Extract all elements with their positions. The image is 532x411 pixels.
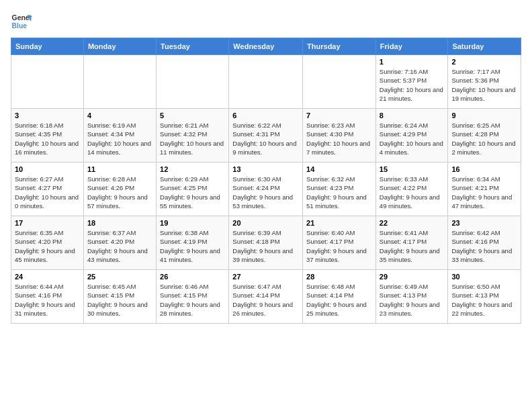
cell-detail: Sunrise: 6:45 AM Sunset: 4:15 PM Dayligh… xyxy=(87,282,152,318)
cell-detail: Sunrise: 6:19 AM Sunset: 4:34 PM Dayligh… xyxy=(87,121,152,156)
day-number: 3 xyxy=(15,111,80,120)
calendar-cell: 4Sunrise: 6:19 AM Sunset: 4:34 PM Daylig… xyxy=(83,109,156,163)
day-number: 18 xyxy=(87,219,152,227)
day-number: 27 xyxy=(232,273,299,281)
cell-detail: Sunrise: 6:33 AM Sunset: 4:22 PM Dayligh… xyxy=(380,175,445,210)
day-number: 29 xyxy=(380,273,445,281)
day-number: 4 xyxy=(87,111,152,120)
cell-detail: Sunrise: 6:21 AM Sunset: 4:32 PM Dayligh… xyxy=(160,121,225,156)
calendar-week-row: 1Sunrise: 7:16 AM Sunset: 5:37 PM Daylig… xyxy=(11,55,521,109)
calendar-cell: 24Sunrise: 6:44 AM Sunset: 4:16 PM Dayli… xyxy=(11,270,84,324)
day-number: 1 xyxy=(380,58,445,66)
calendar-cell: 10Sunrise: 6:27 AM Sunset: 4:27 PM Dayli… xyxy=(11,163,84,216)
calendar-cell xyxy=(157,55,229,109)
day-number: 7 xyxy=(306,111,372,120)
calendar-cell: 17Sunrise: 6:35 AM Sunset: 4:20 PM Dayli… xyxy=(11,216,84,270)
page-header: General Blue xyxy=(11,11,521,32)
cell-detail: Sunrise: 6:50 AM Sunset: 4:13 PM Dayligh… xyxy=(451,282,517,318)
cell-detail: Sunrise: 6:18 AM Sunset: 4:35 PM Dayligh… xyxy=(15,121,80,156)
cell-detail: Sunrise: 6:40 AM Sunset: 4:17 PM Dayligh… xyxy=(306,228,372,264)
calendar-week-row: 3Sunrise: 6:18 AM Sunset: 4:35 PM Daylig… xyxy=(11,109,521,163)
cell-detail: Sunrise: 6:27 AM Sunset: 4:27 PM Dayligh… xyxy=(15,175,80,210)
day-number: 12 xyxy=(160,165,225,173)
calendar-cell: 27Sunrise: 6:47 AM Sunset: 4:14 PM Dayli… xyxy=(229,270,303,324)
logo: General Blue xyxy=(11,11,32,32)
cell-detail: Sunrise: 6:44 AM Sunset: 4:16 PM Dayligh… xyxy=(15,282,80,318)
calendar-cell: 1Sunrise: 7:16 AM Sunset: 5:37 PM Daylig… xyxy=(375,55,448,109)
calendar-week-row: 10Sunrise: 6:27 AM Sunset: 4:27 PM Dayli… xyxy=(11,163,521,216)
calendar-cell: 22Sunrise: 6:41 AM Sunset: 4:17 PM Dayli… xyxy=(375,216,448,270)
svg-text:Blue: Blue xyxy=(12,22,28,30)
day-number: 2 xyxy=(451,58,517,66)
calendar-cell: 11Sunrise: 6:28 AM Sunset: 4:26 PM Dayli… xyxy=(83,163,156,216)
day-header-tuesday: Tuesday xyxy=(157,38,229,55)
calendar-cell: 16Sunrise: 6:34 AM Sunset: 4:21 PM Dayli… xyxy=(448,163,521,216)
day-number: 22 xyxy=(380,219,445,227)
day-number: 9 xyxy=(451,111,517,120)
cell-detail: Sunrise: 6:32 AM Sunset: 4:23 PM Dayligh… xyxy=(306,175,372,210)
logo-icon: General Blue xyxy=(11,11,32,32)
calendar-cell: 13Sunrise: 6:30 AM Sunset: 4:24 PM Dayli… xyxy=(229,163,303,216)
day-number: 28 xyxy=(306,273,372,281)
day-number: 20 xyxy=(232,219,299,227)
calendar-cell: 28Sunrise: 6:48 AM Sunset: 4:14 PM Dayli… xyxy=(303,270,376,324)
day-header-friday: Friday xyxy=(375,38,448,55)
calendar-cell: 30Sunrise: 6:50 AM Sunset: 4:13 PM Dayli… xyxy=(448,270,521,324)
calendar-table: SundayMondayTuesdayWednesdayThursdayFrid… xyxy=(11,38,521,324)
cell-detail: Sunrise: 6:34 AM Sunset: 4:21 PM Dayligh… xyxy=(451,175,517,210)
day-header-thursday: Thursday xyxy=(303,38,376,55)
day-header-monday: Monday xyxy=(83,38,156,55)
cell-detail: Sunrise: 6:25 AM Sunset: 4:28 PM Dayligh… xyxy=(451,121,517,156)
calendar-cell: 3Sunrise: 6:18 AM Sunset: 4:35 PM Daylig… xyxy=(11,109,84,163)
cell-detail: Sunrise: 6:37 AM Sunset: 4:20 PM Dayligh… xyxy=(87,228,152,264)
calendar-cell: 9Sunrise: 6:25 AM Sunset: 4:28 PM Daylig… xyxy=(448,109,521,163)
cell-detail: Sunrise: 6:49 AM Sunset: 4:13 PM Dayligh… xyxy=(380,282,445,318)
cell-detail: Sunrise: 6:30 AM Sunset: 4:24 PM Dayligh… xyxy=(232,175,299,210)
day-number: 11 xyxy=(87,165,152,173)
calendar-cell: 15Sunrise: 6:33 AM Sunset: 4:22 PM Dayli… xyxy=(375,163,448,216)
calendar-cell: 21Sunrise: 6:40 AM Sunset: 4:17 PM Dayli… xyxy=(303,216,376,270)
calendar-cell xyxy=(83,55,156,109)
cell-detail: Sunrise: 6:42 AM Sunset: 4:16 PM Dayligh… xyxy=(451,228,517,264)
cell-detail: Sunrise: 6:28 AM Sunset: 4:26 PM Dayligh… xyxy=(87,175,152,210)
cell-detail: Sunrise: 6:41 AM Sunset: 4:17 PM Dayligh… xyxy=(380,228,445,264)
day-header-sunday: Sunday xyxy=(11,38,84,55)
calendar-cell: 8Sunrise: 6:24 AM Sunset: 4:29 PM Daylig… xyxy=(375,109,448,163)
calendar-cell xyxy=(303,55,376,109)
calendar-cell: 29Sunrise: 6:49 AM Sunset: 4:13 PM Dayli… xyxy=(375,270,448,324)
calendar-cell: 25Sunrise: 6:45 AM Sunset: 4:15 PM Dayli… xyxy=(83,270,156,324)
calendar-cell: 23Sunrise: 6:42 AM Sunset: 4:16 PM Dayli… xyxy=(448,216,521,270)
day-number: 19 xyxy=(160,219,225,227)
calendar-cell xyxy=(229,55,303,109)
day-header-wednesday: Wednesday xyxy=(229,38,303,55)
day-number: 10 xyxy=(15,165,80,173)
day-number: 21 xyxy=(306,219,372,227)
day-number: 16 xyxy=(451,165,517,173)
cell-detail: Sunrise: 6:23 AM Sunset: 4:30 PM Dayligh… xyxy=(306,121,372,156)
calendar-cell: 19Sunrise: 6:38 AM Sunset: 4:19 PM Dayli… xyxy=(157,216,229,270)
day-number: 17 xyxy=(15,219,80,227)
day-number: 6 xyxy=(232,111,299,120)
cell-detail: Sunrise: 7:17 AM Sunset: 5:36 PM Dayligh… xyxy=(451,67,517,103)
calendar-cell: 14Sunrise: 6:32 AM Sunset: 4:23 PM Dayli… xyxy=(303,163,376,216)
day-number: 26 xyxy=(160,273,225,281)
calendar-cell: 7Sunrise: 6:23 AM Sunset: 4:30 PM Daylig… xyxy=(303,109,376,163)
cell-detail: Sunrise: 6:39 AM Sunset: 4:18 PM Dayligh… xyxy=(232,228,299,264)
day-number: 25 xyxy=(87,273,152,281)
day-number: 15 xyxy=(380,165,445,173)
calendar-cell: 12Sunrise: 6:29 AM Sunset: 4:25 PM Dayli… xyxy=(157,163,229,216)
calendar-header-row: SundayMondayTuesdayWednesdayThursdayFrid… xyxy=(11,38,521,55)
calendar-cell: 20Sunrise: 6:39 AM Sunset: 4:18 PM Dayli… xyxy=(229,216,303,270)
day-number: 23 xyxy=(451,219,517,227)
day-number: 24 xyxy=(15,273,80,281)
calendar-cell xyxy=(11,55,84,109)
calendar-week-row: 17Sunrise: 6:35 AM Sunset: 4:20 PM Dayli… xyxy=(11,216,521,270)
calendar-cell: 18Sunrise: 6:37 AM Sunset: 4:20 PM Dayli… xyxy=(83,216,156,270)
day-number: 13 xyxy=(232,165,299,173)
cell-detail: Sunrise: 6:35 AM Sunset: 4:20 PM Dayligh… xyxy=(15,228,80,264)
cell-detail: Sunrise: 7:16 AM Sunset: 5:37 PM Dayligh… xyxy=(380,67,445,103)
calendar-week-row: 24Sunrise: 6:44 AM Sunset: 4:16 PM Dayli… xyxy=(11,270,521,324)
cell-detail: Sunrise: 6:22 AM Sunset: 4:31 PM Dayligh… xyxy=(232,121,299,156)
day-header-saturday: Saturday xyxy=(448,38,521,55)
day-number: 8 xyxy=(380,111,445,120)
